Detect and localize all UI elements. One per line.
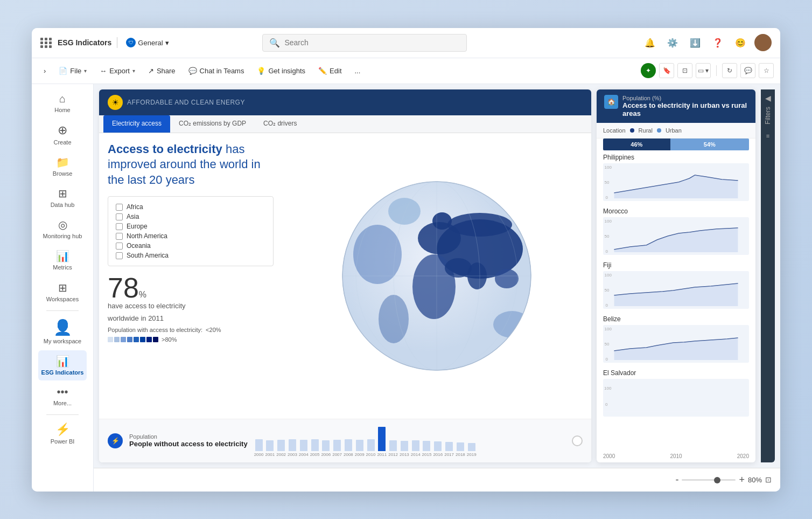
bar-2016[interactable]: 2016 (433, 441, 443, 457)
bar-2004[interactable]: 2004 (299, 440, 309, 457)
checkbox-northamerica[interactable]: North America (116, 231, 265, 241)
svg-text:0: 0 (606, 195, 608, 200)
checkbox-africa[interactable]: Africa (116, 202, 265, 212)
edit-button[interactable]: ✏️ Edit (313, 64, 347, 78)
checkbox-box[interactable] (116, 252, 123, 259)
bar-2013[interactable]: 2013 (400, 441, 409, 457)
sidebar-browse-label: Browse (53, 170, 73, 177)
checkbox-box[interactable] (116, 243, 123, 250)
feedback-icon[interactable]: 😊 (732, 34, 749, 51)
checkbox-box[interactable] (116, 204, 123, 211)
comment-button[interactable]: 💬 (740, 63, 755, 78)
zoom-minus-button[interactable]: - (675, 474, 678, 486)
sidebar-item-home[interactable]: ⌂ Home (38, 88, 87, 118)
svg-text:0: 0 (606, 303, 608, 308)
bar-2014[interactable]: 2014 (411, 440, 421, 457)
zoom-plus-button[interactable]: + (739, 474, 745, 486)
checkbox-europe[interactable]: Europe (116, 222, 265, 231)
file-label: File (70, 67, 81, 75)
filters-label[interactable]: Filters (764, 102, 772, 129)
zoom-slider[interactable] (682, 479, 736, 481)
rp-title: Access to electricity in urban vs rural … (622, 101, 748, 117)
export-button[interactable]: ↔ Export ▾ (94, 64, 141, 78)
tab-co2-gdp[interactable]: CO₂ emissions by GDP (170, 115, 255, 133)
bar-2012[interactable]: 2012 (388, 440, 398, 457)
search-bar[interactable]: 🔍 (262, 34, 467, 52)
fit-view-icon[interactable]: ⊡ (765, 475, 772, 484)
notifications-icon[interactable]: 🔔 (641, 34, 659, 51)
mini-chart-elsalvador: 100 0 (603, 379, 749, 417)
export-label: Export (109, 67, 130, 75)
expand-nav-button[interactable]: › (38, 64, 51, 78)
more-button[interactable]: ... (349, 64, 366, 78)
file-menu-button[interactable]: 📄 File ▾ (53, 64, 92, 78)
checkbox-box[interactable] (116, 233, 123, 240)
bar-2000[interactable]: 2000 (254, 439, 264, 457)
filter-toggle-icon[interactable]: ◀ (765, 94, 771, 102)
sidebar-item-datahub[interactable]: ⊞ Data hub (38, 183, 87, 213)
general-menu-button[interactable]: 🛡 General ▾ (123, 36, 172, 49)
sidebar-divider-2 (46, 414, 79, 415)
bookmark-button[interactable]: 🔖 (659, 63, 674, 78)
share-button[interactable]: ↗ Share (143, 64, 181, 78)
title-divider (117, 37, 117, 48)
sidebar-item-create[interactable]: ⊕ Create (38, 119, 87, 150)
mini-chart-fiji: 100 50 0 (603, 271, 749, 309)
bar-2017[interactable]: 2017 (444, 442, 454, 457)
bar-2009[interactable]: 2009 (355, 440, 365, 457)
favorite-button[interactable]: ☆ (759, 63, 774, 78)
bar-2002[interactable]: 2002 (276, 440, 286, 457)
checkbox-box[interactable] (116, 213, 123, 220)
download-icon[interactable]: ⬇️ (687, 34, 704, 51)
sidebar-monitoring-label: Monitoring hub (43, 233, 82, 240)
svg-text:0: 0 (606, 357, 608, 362)
bar-2019[interactable]: 2019 (467, 443, 477, 457)
bar-2015[interactable]: 2015 (422, 441, 432, 457)
sidebar-item-browse[interactable]: 📁 Browse (38, 151, 87, 182)
sidebar-item-more[interactable]: ••• More... (38, 382, 87, 411)
bar-2006[interactable]: 2006 (321, 440, 331, 457)
esg-report-header-title: AFFORDABLE AND CLEAN ENERGY (127, 99, 245, 106)
legend-high: >80% (162, 336, 177, 343)
edit-icon: ✏️ (318, 67, 327, 75)
bar-2007[interactable]: 2007 (332, 440, 342, 457)
checkbox-southamerica[interactable]: South America (116, 251, 265, 260)
user-avatar[interactable] (754, 34, 772, 51)
svg-text:0: 0 (605, 402, 608, 407)
bar-2011-active[interactable]: 2011 (377, 427, 387, 457)
insights-button[interactable]: 💡 Get insights (251, 64, 311, 78)
tab-co2-drivers[interactable]: CO₂ drivers (255, 115, 305, 133)
shield-icon: 🛡 (126, 38, 136, 47)
tab-electricity[interactable]: Electricity access (103, 115, 170, 133)
sidebar-item-monitoring[interactable]: ◎ Monitoring hub (38, 214, 87, 244)
sidebar-item-metrics[interactable]: 📊 Metrics (38, 245, 87, 275)
legend-label: Location (603, 127, 626, 134)
zoom-slider-thumb[interactable] (714, 477, 720, 483)
sidebar-item-myworkspace[interactable]: 👤 My workspace (38, 314, 87, 349)
bar-2001[interactable]: 2001 (265, 440, 275, 457)
svg-text:0: 0 (606, 249, 608, 254)
checkbox-oceania[interactable]: Oceania (116, 241, 265, 251)
bar-2008[interactable]: 2008 (344, 439, 353, 457)
fit-page-button[interactable]: ⊡ (677, 63, 692, 78)
bar-2005[interactable]: 2005 (310, 439, 320, 457)
refresh-button[interactable]: ↻ (722, 63, 737, 78)
bar-2003[interactable]: 2003 (288, 439, 297, 457)
ai-copilot-button[interactable]: ✦ (641, 63, 656, 78)
checkbox-asia[interactable]: Asia (116, 212, 265, 222)
timeline-slider[interactable] (572, 435, 583, 446)
checkbox-box[interactable] (116, 223, 123, 230)
bar-2018[interactable]: 2018 (456, 442, 465, 457)
sidebar-item-powerbi[interactable]: ⚡ Power BI (38, 418, 87, 449)
equalizer-icon[interactable]: ≡ (766, 133, 769, 139)
search-input[interactable] (284, 38, 460, 47)
settings-icon[interactable]: ⚙️ (664, 34, 681, 51)
sidebar-item-workspaces[interactable]: ⊞ Workspaces (38, 277, 87, 307)
chat-teams-button[interactable]: 💬 Chat in Teams (183, 64, 250, 78)
view-button[interactable]: ▭ ▾ (696, 63, 711, 78)
app-grid-icon[interactable] (40, 38, 52, 48)
sidebar-item-esg[interactable]: 📊 ESG Indicators (38, 350, 87, 380)
legend-bar (108, 337, 158, 342)
help-icon[interactable]: ❓ (709, 34, 726, 51)
bar-2010[interactable]: 2010 (366, 439, 376, 457)
